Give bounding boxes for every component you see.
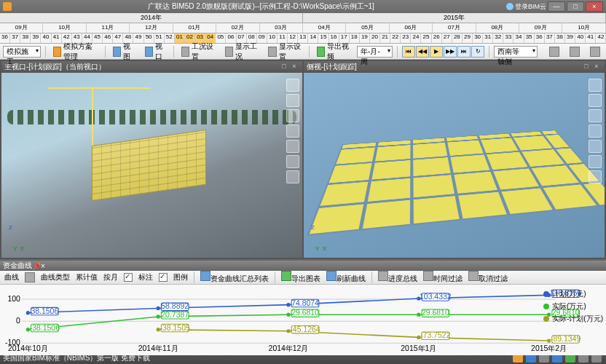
timeline-week[interactable]: 34 xyxy=(513,33,524,43)
timeline-week[interactable]: 38 xyxy=(555,33,565,43)
timeline-month[interactable]: 02月 xyxy=(216,23,259,33)
viewport-button[interactable]: 视口 xyxy=(142,41,170,63)
toolbar-extra-2[interactable] xyxy=(567,46,583,58)
timeline-week[interactable]: 32 xyxy=(493,33,503,43)
fit-tool[interactable] xyxy=(589,124,602,138)
timeline-month[interactable]: 09月 xyxy=(0,23,43,33)
timeline-week[interactable]: 28 xyxy=(452,33,463,43)
fit-tool[interactable] xyxy=(286,124,299,138)
play-last-button[interactable]: ⏭ xyxy=(457,46,471,58)
pan-tool[interactable] xyxy=(286,94,299,107)
view-tool-6[interactable] xyxy=(589,155,602,168)
legend-checkbox[interactable] xyxy=(159,273,168,282)
view-tool-7[interactable] xyxy=(589,170,602,183)
toolbar-extra-3[interactable] xyxy=(587,46,603,58)
view-tool-7[interactable] xyxy=(286,170,299,183)
pan-tool[interactable] xyxy=(589,94,602,107)
timeline-week[interactable]: 22 xyxy=(390,33,401,43)
panel-max-button[interactable]: □ xyxy=(581,63,591,71)
timeline-month[interactable]: 01月 xyxy=(173,23,216,33)
time-filter-button[interactable]: 时间过滤 xyxy=(423,271,463,284)
timeline-week[interactable]: 39 xyxy=(31,33,41,43)
timeline-week[interactable]: 35 xyxy=(524,33,535,43)
timeline-week[interactable]: 31 xyxy=(483,33,493,43)
view-button[interactable]: 视图 xyxy=(110,41,138,63)
panel-max-button[interactable]: □ xyxy=(279,63,289,71)
timeline-week[interactable]: 37 xyxy=(10,33,20,43)
panel-close-button[interactable]: × xyxy=(591,63,602,71)
timeline-week[interactable]: 39 xyxy=(565,33,575,43)
timeline-week[interactable]: 21 xyxy=(380,33,390,43)
scheme-manage-button[interactable]: 模拟方案管理 xyxy=(50,41,101,63)
unit-combo[interactable]: 按月 xyxy=(103,272,118,282)
panel-close-button[interactable]: × xyxy=(289,63,299,71)
display-work-button[interactable]: 显示工况 xyxy=(222,41,261,63)
chart-body[interactable]: -10001002014年10月2014年11月2014年12月2015年1月2… xyxy=(0,285,606,355)
timeline-month[interactable]: 06月 xyxy=(390,23,433,33)
refresh-chart-button[interactable]: 刷新曲线 xyxy=(326,271,366,284)
timeline-week[interactable]: 19 xyxy=(360,33,370,43)
timeline-week[interactable]: 42 xyxy=(596,33,606,43)
play-loop-button[interactable]: ↻ xyxy=(471,46,484,58)
timeline-month[interactable]: 09月 xyxy=(519,23,562,33)
close-button[interactable]: × xyxy=(586,1,603,12)
view-tool-5[interactable] xyxy=(286,140,299,153)
timeline-month[interactable]: 12月 xyxy=(130,23,173,33)
minimize-button[interactable]: — xyxy=(548,1,565,12)
timeline-month[interactable]: 04月 xyxy=(303,23,346,33)
timeline-week[interactable]: 41 xyxy=(586,33,596,43)
axis-gizmo[interactable] xyxy=(310,230,331,252)
date-granularity-combo[interactable]: 年-月-周 xyxy=(357,46,393,58)
orbit-tool[interactable] xyxy=(589,109,602,122)
timeline-week[interactable]: 36 xyxy=(0,33,10,43)
timeline-week[interactable]: 30 xyxy=(473,33,483,43)
timeline-week[interactable]: 33 xyxy=(503,33,513,43)
timeline-week[interactable]: 29 xyxy=(463,33,473,43)
side-3d-view[interactable] xyxy=(304,73,605,258)
timeline-month[interactable]: 10月 xyxy=(562,23,605,33)
timeline-week[interactable]: 38 xyxy=(20,33,31,43)
timeline-month[interactable]: 05月 xyxy=(346,23,389,33)
export-video-button[interactable]: 导出视频 xyxy=(314,41,353,63)
timeline-month[interactable]: 03月 xyxy=(260,23,303,33)
zoom-tool[interactable] xyxy=(589,79,602,92)
timeline-week[interactable]: 26 xyxy=(432,33,442,43)
toolbar-extra-1[interactable] xyxy=(546,46,562,58)
sim-settings-button[interactable]: 工况设置 xyxy=(178,41,218,63)
curve-icon[interactable] xyxy=(25,272,35,282)
timeline-month[interactable]: 07月 xyxy=(433,23,476,33)
timeline-week[interactable]: 25 xyxy=(421,33,431,43)
play-prev-button[interactable]: ◀◀ xyxy=(416,46,429,58)
cloud-login-label[interactable]: 登录BIM云 xyxy=(515,2,546,12)
timeline-week[interactable]: 27 xyxy=(442,33,452,43)
orbit-tool[interactable] xyxy=(286,109,299,122)
timeline-week[interactable]: 20 xyxy=(370,33,380,43)
cancel-filter-button[interactable]: 取消过滤 xyxy=(468,271,508,284)
play-next-button[interactable]: ▶▶ xyxy=(444,46,457,58)
play-button[interactable]: ▶ xyxy=(430,46,443,58)
timeline-month[interactable]: 11月 xyxy=(87,23,130,33)
axis-combo[interactable]: 西南等轴侧 xyxy=(494,46,538,58)
timeline-month[interactable]: 08月 xyxy=(476,23,519,33)
play-first-button[interactable]: ⏮ xyxy=(402,46,415,58)
timeline-week[interactable]: 40 xyxy=(575,33,586,43)
progress-filter-button[interactable]: 进度总线 xyxy=(378,271,417,284)
cumulative-combo[interactable]: 累计值 xyxy=(76,272,98,282)
export-chart-button[interactable]: 导出图表 xyxy=(281,271,320,284)
view-tool-6[interactable] xyxy=(286,155,299,168)
timeline-week[interactable]: 37 xyxy=(545,33,555,43)
timeline-month[interactable]: 10月 xyxy=(43,23,86,33)
restore-button[interactable]: □ xyxy=(567,1,584,12)
timeline-week[interactable]: 23 xyxy=(401,33,411,43)
main-3d-view[interactable] xyxy=(1,73,302,258)
mode-combo[interactable]: 模拟施工 xyxy=(3,46,41,58)
timeline-week[interactable]: 24 xyxy=(411,33,421,43)
chart-pin-button[interactable]: 📌 xyxy=(32,262,41,270)
timeline-months[interactable]: 09月10月11月12月01月02月03月04月05月06月07月08月09月1… xyxy=(0,23,606,33)
annotate-checkbox[interactable] xyxy=(124,273,133,282)
timeline-week[interactable]: 36 xyxy=(535,33,545,43)
summary-button[interactable]: 资金曲线汇总列表 xyxy=(200,271,269,284)
axis-gizmo[interactable] xyxy=(7,230,29,252)
view-tool-5[interactable] xyxy=(589,140,602,153)
zoom-tool[interactable] xyxy=(286,79,299,92)
